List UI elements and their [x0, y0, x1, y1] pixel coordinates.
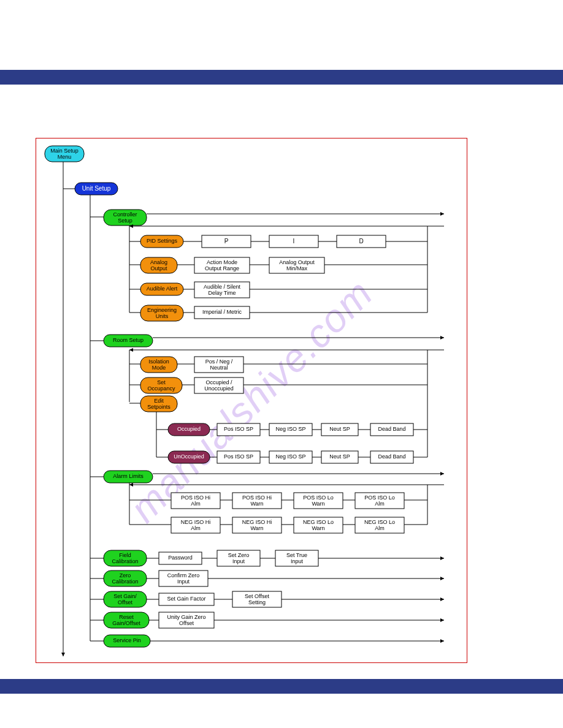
svg-text:NEG ISO Lo: NEG ISO Lo [303, 519, 334, 525]
svg-text:Units: Units [156, 313, 169, 319]
svg-text:Service Pin: Service Pin [113, 637, 141, 643]
svg-text:Unit Setup: Unit Setup [82, 185, 111, 192]
svg-text:Offset: Offset [118, 599, 132, 605]
svg-text:Output Range: Output Range [205, 265, 239, 271]
svg-text:Input: Input [177, 578, 190, 585]
svg-text:Set Zero: Set Zero [228, 552, 250, 558]
svg-text:Field: Field [119, 552, 131, 558]
svg-text:UnOccupied: UnOccupied [174, 453, 204, 460]
svg-text:Neut SP: Neut SP [329, 453, 350, 460]
svg-text:Zero: Zero [120, 572, 131, 578]
svg-text:Pos / Neg /: Pos / Neg / [205, 358, 233, 365]
svg-text:Alm: Alm [375, 525, 385, 531]
header-bar [0, 70, 563, 85]
svg-text:Delay Time: Delay Time [208, 290, 236, 296]
svg-text:Confirm Zero: Confirm Zero [167, 572, 200, 578]
svg-text:Alm: Alm [191, 501, 201, 507]
footer-bar [0, 679, 563, 694]
svg-text:Password: Password [168, 555, 193, 561]
svg-text:Set True: Set True [286, 552, 307, 558]
svg-text:Room Setup: Room Setup [113, 337, 144, 343]
svg-text:Mode: Mode [152, 365, 166, 371]
svg-text:Occupancy: Occupancy [147, 385, 175, 392]
svg-text:Pos ISO SP: Pos ISO SP [224, 426, 253, 432]
svg-text:Neg ISO SP: Neg ISO SP [275, 453, 305, 460]
svg-text:Neutral: Neutral [210, 365, 228, 371]
svg-text:Warn: Warn [312, 525, 324, 531]
svg-text:Dead Band: Dead Band [378, 453, 405, 460]
svg-text:Analog Output: Analog Output [279, 259, 315, 265]
flowchart: Main Setup Menu Unit Setup Controller Se… [36, 138, 467, 662]
svg-text:Setpoints: Setpoints [147, 404, 170, 410]
svg-text:Unity Gain Zero: Unity Gain Zero [167, 614, 205, 620]
svg-text:Set Gain Factor: Set Gain Factor [167, 596, 205, 602]
svg-text:P: P [224, 238, 229, 245]
svg-text:I: I [293, 238, 295, 245]
diagram-frame: manualshive.com Main Setup Menu Unit Set… [36, 138, 467, 663]
svg-text:Output: Output [150, 265, 167, 271]
svg-text:Menu: Menu [58, 154, 72, 160]
svg-text:POS ISO Hi: POS ISO Hi [242, 495, 272, 501]
svg-text:NEG ISO Hi: NEG ISO Hi [242, 519, 272, 525]
svg-text:Controller: Controller [113, 211, 137, 218]
svg-text:Engineering: Engineering [147, 307, 177, 313]
svg-text:Setup: Setup [118, 218, 132, 224]
svg-text:Set Offset: Set Offset [245, 593, 269, 599]
svg-text:NEG ISO Lo: NEG ISO Lo [364, 519, 395, 525]
svg-text:Input: Input [291, 558, 304, 564]
svg-text:Offset: Offset [179, 620, 194, 626]
svg-text:Unoccupied: Unoccupied [204, 385, 234, 392]
svg-text:Audible Alert: Audible Alert [147, 286, 178, 292]
svg-text:Warn: Warn [250, 501, 263, 507]
svg-text:Imperial / Metric: Imperial / Metric [202, 309, 242, 315]
svg-text:Calibration: Calibration [112, 578, 138, 585]
svg-text:Alarm Limits: Alarm Limits [113, 473, 144, 479]
svg-text:Warn: Warn [312, 501, 324, 507]
svg-text:Setting: Setting [248, 599, 266, 605]
svg-text:Dead Band: Dead Band [378, 426, 405, 432]
svg-text:Alm: Alm [191, 525, 201, 531]
svg-text:Main Setup: Main Setup [50, 148, 79, 154]
svg-text:Neut SP: Neut SP [329, 426, 350, 432]
svg-text:Audible / Silent: Audible / Silent [204, 284, 241, 290]
svg-text:Alm: Alm [375, 501, 385, 507]
svg-text:Neg ISO SP: Neg ISO SP [275, 426, 305, 432]
svg-text:NEG ISO Hi: NEG ISO Hi [181, 519, 211, 525]
svg-text:Occupied /: Occupied / [205, 379, 232, 385]
svg-text:Edit: Edit [154, 398, 164, 404]
svg-text:Analog: Analog [150, 259, 167, 265]
svg-text:Action Mode: Action Mode [207, 259, 237, 265]
svg-text:POS ISO Lo: POS ISO Lo [364, 495, 395, 501]
svg-text:POS ISO Hi: POS ISO Hi [181, 495, 210, 501]
svg-text:Input: Input [232, 558, 245, 564]
svg-text:Gain/Offset: Gain/Offset [112, 620, 140, 626]
svg-text:Set Gain/: Set Gain/ [113, 593, 137, 599]
svg-text:Calibration: Calibration [112, 558, 138, 564]
svg-text:Min/Max: Min/Max [286, 265, 308, 271]
svg-text:POS ISO Lo: POS ISO Lo [303, 495, 334, 501]
svg-text:Occupied: Occupied [177, 426, 201, 432]
svg-text:Warn: Warn [250, 525, 263, 531]
svg-text:PID Settings: PID Settings [147, 238, 178, 244]
svg-text:Isolation: Isolation [148, 358, 169, 365]
svg-text:Set: Set [157, 379, 166, 385]
svg-text:D: D [359, 238, 363, 245]
svg-text:Reset: Reset [119, 614, 134, 620]
svg-text:Pos ISO SP: Pos ISO SP [224, 453, 253, 460]
